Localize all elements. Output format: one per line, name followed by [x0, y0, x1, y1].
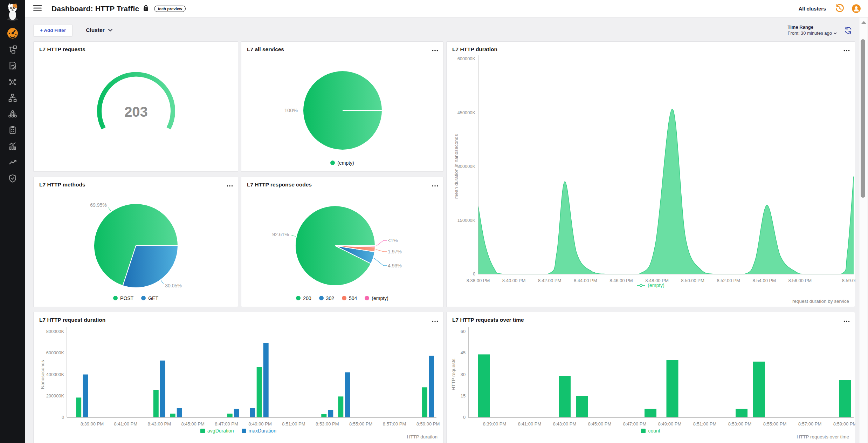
chart-legend: count	[447, 428, 855, 435]
svg-text:8:41:00 PM: 8:41:00 PM	[114, 421, 138, 427]
card-menu-icon[interactable]	[432, 47, 438, 53]
sidebar-item-cluster-circles[interactable]	[5, 106, 20, 122]
card-l7-http-response-codes: L7 HTTP response codes 92.61% 4.93% 1.97…	[241, 177, 443, 307]
legend-item[interactable]: 504	[342, 295, 357, 301]
sidebar-item-network-tree[interactable]	[5, 90, 20, 105]
svg-text:1.97%: 1.97%	[388, 249, 402, 254]
card-menu-icon[interactable]	[227, 182, 233, 188]
card-l7-http-request-duration: L7 HTTP request duration 0200000K400000K…	[33, 312, 443, 443]
legend-swatch	[141, 296, 146, 300]
filter-bar: + Add Filter Cluster Time Range From: 30…	[25, 18, 857, 41]
card-menu-icon[interactable]	[843, 317, 850, 323]
svg-text:HTTP requests: HTTP requests	[451, 359, 456, 390]
lock-icon	[143, 5, 149, 13]
legend-label: 200	[303, 295, 311, 301]
history-icon[interactable]	[835, 4, 845, 13]
sidebar	[0, 0, 25, 443]
svg-text:200000K: 200000K	[46, 393, 64, 398]
svg-text:8:47:00 PM: 8:47:00 PM	[623, 421, 647, 427]
legend-line-dot-swatch	[637, 284, 645, 287]
svg-text:8:45:00 PM: 8:45:00 PM	[181, 421, 205, 427]
chart-legend: 200302504(empty)	[241, 295, 443, 302]
legend-item[interactable]: count	[641, 428, 660, 434]
sidebar-item-shield-check[interactable]	[5, 170, 20, 186]
services-pie-chart: 100%	[241, 42, 443, 171]
svg-text:mean duration in nanoseconds: mean duration in nanoseconds	[454, 134, 459, 199]
card-title: L7 HTTP response codes	[247, 182, 312, 188]
svg-text:45: 45	[461, 350, 466, 355]
svg-text:8:49:00 PM: 8:49:00 PM	[658, 421, 682, 427]
svg-text:450000K: 450000K	[457, 110, 476, 115]
svg-text:30: 30	[461, 372, 466, 377]
legend-swatch	[365, 296, 369, 300]
cluster-dropdown-label: Cluster	[86, 27, 104, 33]
user-avatar[interactable]	[852, 4, 861, 13]
add-filter-button[interactable]: + Add Filter	[33, 24, 73, 36]
legend-label: (empty)	[372, 295, 388, 301]
gauge-chart: 203	[34, 42, 238, 171]
top-header: Dashboard: HTTP Traffic tech preview All…	[25, 0, 868, 18]
network-tree-icon	[8, 93, 17, 102]
legend-swatch	[319, 296, 324, 300]
sidebar-item-service-map[interactable]	[5, 74, 20, 89]
card-menu-icon[interactable]	[432, 182, 438, 188]
svg-text:30.05%: 30.05%	[165, 283, 181, 288]
legend-item[interactable]: 302	[319, 295, 334, 301]
legend-label: 302	[326, 295, 334, 301]
svg-text:8:51:00 PM: 8:51:00 PM	[282, 421, 305, 427]
svg-text:8:59:00 PM: 8:59:00 PM	[416, 421, 440, 427]
chart-footer: HTTP duration	[407, 434, 438, 439]
svg-text:8:57:00 PM: 8:57:00 PM	[798, 421, 822, 427]
legend-item[interactable]: GET	[141, 295, 158, 301]
trend-arrow-icon	[8, 158, 17, 167]
cluster-circles-icon	[8, 109, 17, 118]
svg-text:Nanoseconds: Nanoseconds	[40, 360, 45, 389]
app-logo-cat-icon[interactable]	[0, 0, 25, 23]
card-l7-http-requests: L7 HTTP requests 203	[33, 41, 238, 172]
svg-text:8:51:00 PM: 8:51:00 PM	[693, 421, 717, 427]
sidebar-item-clipboard[interactable]	[5, 122, 20, 138]
scrollbar-up-arrow-icon[interactable]	[861, 21, 867, 24]
card-menu-icon[interactable]	[432, 317, 438, 323]
legend-item[interactable]: (empty)	[637, 282, 664, 288]
svg-text:800000K: 800000K	[46, 329, 64, 334]
svg-text:69.95%: 69.95%	[90, 202, 106, 208]
topology-icon	[8, 45, 17, 54]
dashboard-gauge-icon	[7, 27, 19, 39]
legend-swatch	[242, 429, 246, 433]
hamburger-menu-icon[interactable]	[33, 5, 42, 13]
request-duration-bar-chart: 0200000K400000K600000K800000K8:39:00 PM8…	[34, 312, 443, 443]
time-range-picker[interactable]: Time Range From: 30 minutes ago	[788, 25, 837, 36]
cluster-dropdown[interactable]: Cluster	[86, 27, 112, 33]
legend-item[interactable]: maxDuration	[242, 428, 276, 434]
scrollbar-thumb[interactable]	[861, 39, 865, 198]
legend-item[interactable]: (empty)	[330, 160, 354, 166]
legend-item[interactable]: 200	[296, 295, 311, 301]
card-title: L7 HTTP requests	[39, 46, 85, 53]
card-title: L7 HTTP duration	[452, 46, 497, 53]
time-range-value: From: 30 minutes ago	[788, 30, 832, 36]
legend-item[interactable]: (empty)	[365, 295, 388, 301]
svg-text:150000K: 150000K	[457, 218, 476, 223]
sidebar-item-metrics-bars[interactable]	[5, 138, 20, 154]
legend-item[interactable]: avgDuration	[200, 428, 234, 434]
sidebar-item-dashboard-gauge[interactable]	[5, 25, 20, 41]
chart-footer: HTTP requests over time	[797, 434, 849, 439]
all-clusters-label[interactable]: All clusters	[799, 6, 826, 12]
svg-text:600000K: 600000K	[46, 350, 64, 355]
card-title: L7 HTTP requests over time	[452, 317, 524, 323]
chart-legend: POSTGET	[34, 295, 238, 302]
sidebar-item-report-edit[interactable]	[5, 57, 20, 73]
svg-text:8:47:00 PM: 8:47:00 PM	[215, 421, 238, 427]
sidebar-item-trend-arrow[interactable]	[5, 154, 20, 170]
svg-text:0: 0	[463, 415, 466, 420]
refresh-icon[interactable]	[844, 26, 853, 35]
page-title: Dashboard: HTTP Traffic	[51, 5, 139, 13]
vertical-scrollbar[interactable]	[859, 18, 868, 443]
card-menu-icon[interactable]	[843, 47, 850, 53]
svg-text:100%: 100%	[284, 107, 298, 113]
legend-item[interactable]: POST	[113, 295, 133, 301]
sidebar-item-topology[interactable]	[5, 41, 20, 57]
svg-text:8:43:00 PM: 8:43:00 PM	[553, 421, 577, 427]
svg-text:8:57:00 PM: 8:57:00 PM	[383, 421, 406, 427]
